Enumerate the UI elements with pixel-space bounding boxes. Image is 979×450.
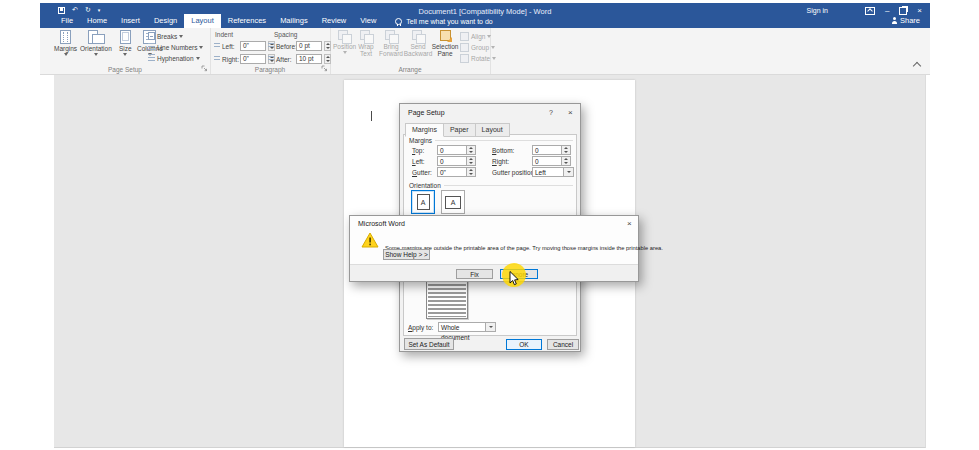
dialog-launcher-icon[interactable]	[201, 65, 208, 72]
spacing-before-field: Before: 0 pt	[268, 41, 331, 51]
gutter-position-dropdown[interactable]: Left	[532, 167, 574, 177]
dropdown-arrow-icon	[491, 46, 495, 49]
line-numbers-button[interactable]: Line Numbers	[148, 43, 203, 51]
align-icon	[460, 32, 469, 41]
dialog-tab-layout[interactable]: Layout	[476, 123, 510, 137]
ok-button[interactable]: OK	[506, 339, 542, 350]
ribbon: Margins Orientation Size Columns Breaks …	[40, 28, 930, 75]
hyphenation-button[interactable]: Hyphenation	[148, 54, 200, 62]
dialog-tab-margins[interactable]: Margins	[405, 123, 444, 137]
group-label-arrange: Arrange	[330, 66, 490, 73]
help-icon[interactable]: ?	[549, 109, 553, 116]
gutter-spinner[interactable]: 0"	[437, 167, 476, 177]
dialog-close-icon[interactable]: ×	[568, 109, 573, 117]
rotate-button[interactable]: Rotate	[460, 54, 496, 62]
spin-buttons[interactable]	[467, 167, 476, 177]
margins-section-header: Margins	[409, 137, 573, 144]
top-margin-spinner[interactable]: 0	[437, 145, 476, 155]
cancel-button[interactable]: Cancel	[547, 339, 579, 350]
collapse-ribbon-icon[interactable]	[914, 63, 920, 69]
tell-me-label: Tell me what you want to do	[406, 18, 492, 25]
spin-buttons[interactable]	[467, 145, 476, 155]
tab-design[interactable]: Design	[147, 14, 184, 28]
landscape-button[interactable]: A	[441, 190, 465, 214]
size-icon	[120, 30, 131, 44]
set-as-default-button[interactable]: Set As Default	[404, 338, 454, 350]
indent-left-input[interactable]: 0"	[240, 41, 266, 51]
dialog-tab-paper[interactable]: Paper	[444, 123, 476, 137]
spin-buttons[interactable]	[562, 145, 571, 155]
position-button[interactable]: Position	[333, 30, 356, 54]
right-margin-spinner[interactable]: 0	[532, 156, 571, 166]
spacing-header: Spacing	[274, 31, 298, 38]
position-icon	[338, 30, 351, 42]
fix-button[interactable]: Fix	[456, 269, 493, 279]
top-label: Top:	[412, 147, 424, 154]
tab-insert[interactable]: Insert	[114, 14, 147, 28]
gutter-label: Gutter:	[412, 169, 432, 176]
bring-forward-button[interactable]: Bring Forward	[380, 30, 402, 57]
group-label-paragraph: Paragraph	[210, 66, 330, 73]
spacing-after-input[interactable]: 10 pt	[296, 54, 322, 64]
spin-buttons[interactable]	[467, 156, 476, 166]
tab-mailings[interactable]: Mailings	[273, 14, 315, 28]
breaks-button[interactable]: Breaks	[148, 32, 183, 40]
dropdown-arrow-icon[interactable]	[486, 322, 496, 332]
bottom-label: Bottom:	[492, 147, 514, 154]
tab-file[interactable]: File	[54, 14, 80, 28]
text-cursor	[371, 111, 372, 121]
tab-references[interactable]: References	[221, 14, 273, 28]
group-button[interactable]: Group	[460, 43, 495, 51]
tab-view[interactable]: View	[353, 14, 383, 28]
indent-left-field: Left: 0"	[214, 41, 275, 51]
gutter-position-label: Gutter position:	[492, 169, 536, 176]
dialog-tabs: Margins Paper Layout	[405, 123, 510, 137]
sign-in-link[interactable]: Sign in	[807, 7, 828, 14]
send-backward-button[interactable]: Send Backward	[406, 30, 430, 57]
breaks-icon	[148, 32, 155, 40]
share-label: Share	[900, 16, 920, 25]
dialog-close-icon[interactable]: ×	[627, 220, 632, 228]
line-numbers-icon	[148, 43, 155, 51]
group-label-page-setup: Page Setup	[40, 66, 210, 73]
orientation-icon	[88, 30, 104, 44]
left-margin-spinner[interactable]: 0	[437, 156, 476, 166]
selection-pane-button[interactable]: Selection Pane	[433, 30, 457, 57]
tab-review[interactable]: Review	[315, 14, 354, 28]
landscape-icon: A	[445, 196, 461, 209]
indent-right-input[interactable]: 0"	[240, 54, 266, 64]
ribbon-group-paragraph: Indent Left: 0" Right: 0" Spacing Before…	[210, 28, 331, 74]
dropdown-arrow-icon	[487, 35, 491, 38]
dropdown-arrow-icon[interactable]	[564, 167, 574, 177]
dropdown-arrow-icon	[199, 46, 203, 49]
margins-button[interactable]: Margins	[54, 30, 77, 56]
indent-header: Indent	[215, 31, 233, 38]
tell-me-box[interactable]: Tell me what you want to do	[395, 14, 492, 28]
dropdown-arrow-icon	[343, 51, 347, 54]
show-help-button[interactable]: Show Help > >	[383, 249, 430, 260]
wrap-text-button[interactable]: Wrap Text	[357, 30, 375, 57]
spacing-before-input[interactable]: 0 pt	[296, 41, 322, 51]
dropdown-arrow-icon	[492, 57, 496, 60]
orientation-button[interactable]: Orientation	[80, 30, 112, 56]
apply-to-dropdown[interactable]: Whole document	[438, 322, 496, 332]
dialog-launcher-icon[interactable]	[321, 65, 328, 72]
share-button[interactable]: Share	[892, 16, 920, 25]
wrap-text-icon	[360, 30, 373, 42]
warning-button-strip	[350, 264, 638, 281]
bottom-margin-spinner[interactable]: 0	[532, 145, 571, 155]
dropdown-arrow-icon	[196, 57, 200, 60]
person-icon	[892, 21, 897, 24]
orientation-section-header: Orientation	[409, 182, 573, 189]
apply-to-label: Apply to:	[408, 324, 433, 331]
indent-right-field: Right: 0"	[214, 54, 275, 64]
portrait-button[interactable]: A	[411, 190, 435, 214]
spin-buttons[interactable]	[562, 156, 571, 166]
ribbon-group-page-setup: Margins Orientation Size Columns Breaks …	[40, 28, 211, 74]
align-button[interactable]: Align	[460, 32, 491, 40]
size-button[interactable]: Size	[119, 30, 132, 56]
tab-layout[interactable]: Layout	[184, 14, 221, 28]
right-label: Right:	[492, 158, 509, 165]
tab-home[interactable]: Home	[80, 14, 114, 28]
bring-forward-icon	[385, 30, 398, 42]
